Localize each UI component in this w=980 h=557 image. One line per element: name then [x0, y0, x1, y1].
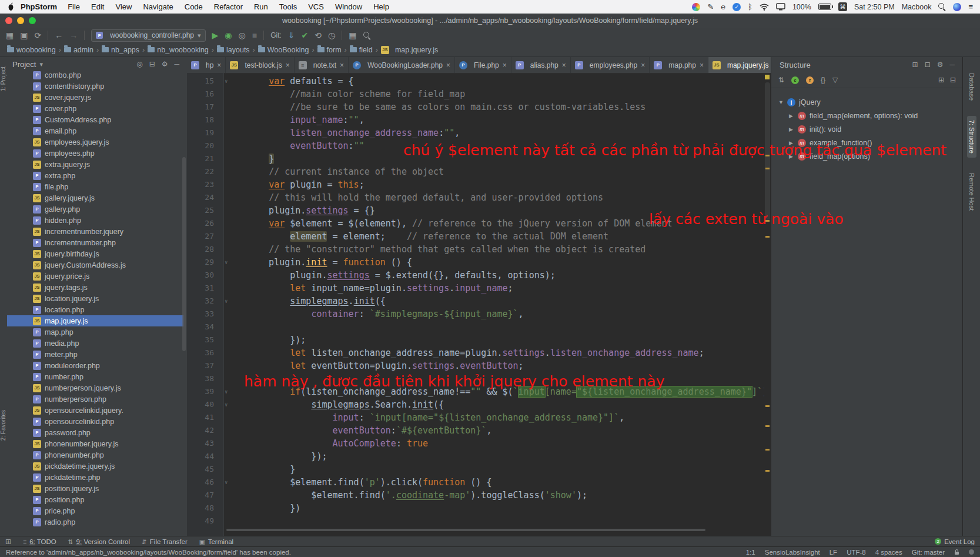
- code-line-42[interactable]: 42 eventButton:`#${eventButton}`,: [187, 424, 764, 437]
- breadcrumb-item[interactable]: nb_apps: [102, 46, 139, 54]
- tree-item-number.php[interactable]: Pnumber.php: [7, 371, 183, 382]
- tree-item-phonenumber.jquery.js[interactable]: JSphonenumber.jquery.js: [7, 438, 183, 449]
- tree-item-cover.jquery.js[interactable]: JScover.jquery.js: [7, 92, 183, 103]
- tree-item-hidden.php[interactable]: Phidden.php: [7, 215, 183, 226]
- toolwindow-toggle-icon[interactable]: ▦: [6, 31, 14, 39]
- line-number[interactable]: 24: [187, 191, 223, 204]
- grid-icon[interactable]: ▦: [349, 31, 356, 39]
- tree-item-moduleorder.php[interactable]: Pmoduleorder.php: [7, 360, 183, 371]
- tab-hp[interactable]: Php×: [187, 57, 226, 73]
- tree-item-contenthistory.php[interactable]: Pcontenthistory.php: [7, 81, 183, 92]
- tab-close-icon[interactable]: ×: [562, 61, 566, 69]
- filter-icon[interactable]: ▽: [832, 76, 838, 84]
- fold-icon[interactable]: ∨: [225, 295, 228, 308]
- code-line-39[interactable]: 39∨ if(listen_onchange_address_name!==""…: [187, 385, 764, 398]
- structure-item[interactable]: ▶mfield_map(element, options): void: [771, 109, 963, 122]
- wifi-icon[interactable]: [760, 4, 769, 11]
- hide-panel-icon[interactable]: ─: [174, 60, 179, 68]
- tree-item-jquery.CustomAddress.js[interactable]: JSjquery.CustomAddress.js: [7, 259, 183, 271]
- line-number[interactable]: 41: [187, 411, 223, 424]
- code-line-26[interactable]: 26 var $element = $(element), // referen…: [187, 217, 764, 230]
- tree-item-position.jquery.js[interactable]: JSposition.jquery.js: [7, 483, 183, 494]
- code-line-46[interactable]: 46∨ $element.find('p').click(function ()…: [187, 476, 764, 489]
- line-number[interactable]: 39: [187, 385, 223, 398]
- tree-item-cover.php[interactable]: Pcover.php: [7, 103, 183, 114]
- code-line-45[interactable]: 45 }: [187, 463, 764, 476]
- minimize-window-button[interactable]: [17, 17, 24, 24]
- tree-item-location.jquery.js[interactable]: JSlocation.jquery.js: [7, 293, 183, 304]
- breadcrumb-item[interactable]: nb_woobooking: [148, 46, 209, 54]
- warning-mark[interactable]: [765, 425, 770, 427]
- warning-mark[interactable]: [765, 236, 770, 238]
- code-line-20[interactable]: 20 eventButton:"": [187, 139, 764, 152]
- siri-icon[interactable]: [953, 3, 961, 11]
- tab-alias.php[interactable]: Palias.php×: [511, 57, 571, 73]
- tab-note.txt[interactable]: ≡note.txt×: [295, 57, 349, 73]
- sync-icon[interactable]: ⟳: [34, 31, 41, 39]
- tree-item-CustomAddress.php[interactable]: PCustomAddress.php: [7, 114, 183, 125]
- line-number[interactable]: 15: [187, 75, 223, 88]
- gear-icon[interactable]: ⚙: [937, 61, 944, 69]
- tree-item-incrementnumber.jquery[interactable]: JSincrementnumber.jquery: [7, 226, 183, 237]
- tab-WooBookingLoader.php[interactable]: PWooBookingLoader.php×: [349, 57, 455, 73]
- warning-mark[interactable]: [765, 155, 770, 156]
- tree-item-pickdatetime.jquery.js[interactable]: JSpickdatetime.jquery.js: [7, 461, 183, 472]
- code-line-49[interactable]: 49: [187, 515, 764, 528]
- line-number[interactable]: 33: [187, 308, 223, 321]
- menubar-device[interactable]: Macbook: [902, 3, 932, 11]
- toolwindow-switcher-icon[interactable]: ⊞: [5, 538, 11, 546]
- warning-mark[interactable]: [765, 220, 770, 222]
- caret-down-icon[interactable]: ▾: [39, 61, 43, 68]
- code-line-29[interactable]: 29∨ plugin.init = function () {: [187, 256, 764, 269]
- fold-icon[interactable]: ∨: [225, 256, 228, 269]
- fold-icon[interactable]: ∨: [225, 385, 228, 398]
- menu-edit[interactable]: Edit: [91, 2, 104, 11]
- search-everywhere-icon[interactable]: [363, 32, 371, 39]
- code-line-37[interactable]: 37 let eventButton=plugin.settings.event…: [187, 359, 764, 372]
- keyboard-input-icon[interactable]: ⌘: [838, 2, 847, 11]
- collapse-all-icon[interactable]: ⊟: [925, 61, 931, 69]
- warning-mark[interactable]: [765, 449, 770, 451]
- fold-icon[interactable]: ∨: [225, 75, 228, 88]
- breadcrumb-item[interactable]: layouts: [217, 46, 250, 54]
- line-number[interactable]: 35: [187, 333, 223, 346]
- line-number[interactable]: 22: [187, 165, 223, 178]
- line-number[interactable]: 43: [187, 437, 223, 450]
- project-tree-scrollbar[interactable]: [182, 157, 186, 351]
- tree-item-position.php[interactable]: Pposition.php: [7, 494, 183, 505]
- tab-map.php[interactable]: Pmap.php×: [650, 57, 708, 73]
- code-area[interactable]: 15∨ var defaults = {16 //main color sche…: [187, 75, 764, 528]
- code-line-25[interactable]: 25 plugin.settings = {}: [187, 204, 764, 217]
- autoscroll-from-source-icon[interactable]: ⊟: [950, 76, 956, 84]
- spotlight-search-icon[interactable]: [938, 3, 946, 11]
- code-line-33[interactable]: 33 container: `#simplegmaps-${input_name…: [187, 308, 764, 321]
- tool-tab-1-project[interactable]: 1: Project: [0, 66, 6, 91]
- apple-icon[interactable]: [7, 2, 15, 11]
- chevron-right-icon[interactable]: ▶: [789, 154, 794, 159]
- menubar-clock[interactable]: Sat 2:50 PM: [854, 3, 895, 11]
- line-number[interactable]: 32: [187, 295, 223, 308]
- tree-item-email.php[interactable]: Pemail.php: [7, 125, 183, 136]
- toolwindow-terminal[interactable]: ▣Terminal: [199, 538, 233, 545]
- line-number[interactable]: 17: [187, 101, 223, 114]
- tree-item-opensourcelinkid.php[interactable]: Popensourcelinkid.php: [7, 416, 183, 427]
- tree-item-map.php[interactable]: Pmap.php: [7, 326, 183, 338]
- menu-help[interactable]: Help: [373, 2, 389, 11]
- structure-item[interactable]: ▶mfield_map(options): [771, 149, 963, 163]
- breadcrumb-item[interactable]: field: [350, 46, 373, 54]
- coverage-icon[interactable]: ◎: [239, 31, 246, 39]
- tree-item-numberperson.jquery.js[interactable]: JSnumberperson.jquery.js: [7, 382, 183, 393]
- tree-item-gallery.jquery.js[interactable]: JSgallery.jquery.js: [7, 192, 183, 204]
- line-number[interactable]: 40: [187, 398, 223, 411]
- gear-icon[interactable]: ⚙: [162, 60, 168, 68]
- code-line-15[interactable]: 15∨ var defaults = {: [187, 75, 764, 88]
- line-number[interactable]: 20: [187, 139, 223, 152]
- code-line-47[interactable]: 47 $element.find('.coodinate-map').toggl…: [187, 489, 764, 502]
- tree-item-jquery.birthday.js[interactable]: JSjquery.birthday.js: [7, 248, 183, 259]
- tool-tab-2-favorites[interactable]: 2: Favorites: [0, 410, 6, 441]
- tab-close-icon[interactable]: ×: [340, 61, 344, 69]
- code-line-23[interactable]: 23 var plugin = this;: [187, 178, 764, 191]
- line-number[interactable]: 36: [187, 346, 223, 359]
- vertical-scrollbar-thumb[interactable]: [765, 82, 770, 221]
- tab-close-icon[interactable]: ×: [286, 61, 290, 69]
